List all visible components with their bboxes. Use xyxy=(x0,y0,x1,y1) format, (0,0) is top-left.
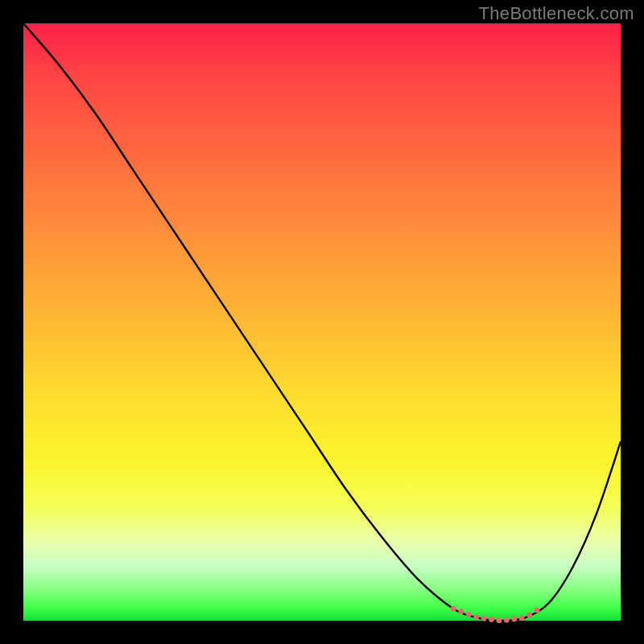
watermark-text: TheBottleneck.com xyxy=(479,3,634,24)
chart-frame: TheBottleneck.com xyxy=(0,0,644,644)
trough-dot xyxy=(451,606,456,612)
trough-dot xyxy=(473,614,479,620)
trough-dot xyxy=(466,612,472,617)
plot-area xyxy=(23,23,621,621)
trough-dot xyxy=(458,609,464,614)
curve-layer xyxy=(23,23,621,621)
trough-dot xyxy=(519,615,525,621)
trough-dot xyxy=(511,617,517,622)
trough-dot xyxy=(526,613,532,618)
trough-dot xyxy=(497,617,502,623)
trough-dot xyxy=(489,617,494,622)
trough-dot xyxy=(535,608,540,613)
trough-dot xyxy=(481,616,487,621)
trough-dot xyxy=(504,617,510,623)
bottleneck-curve xyxy=(23,23,621,621)
